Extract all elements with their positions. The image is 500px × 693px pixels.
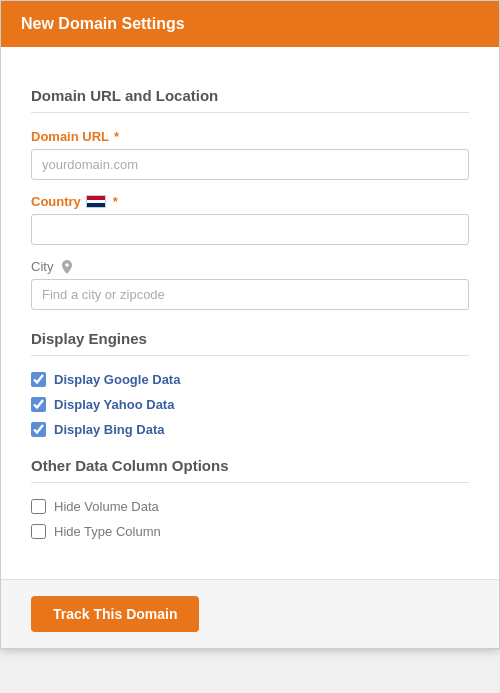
checkbox-yahoo: Display Yahoo Data — [31, 397, 469, 412]
form-group-city: City — [31, 259, 469, 310]
modal-footer: Track This Domain — [1, 579, 499, 648]
checkbox-hide-volume-input[interactable] — [31, 499, 46, 514]
section-display-engines: Display Engines Display Google Data Disp… — [31, 330, 469, 437]
country-input[interactable]: United States - English — [31, 214, 469, 245]
checkbox-hide-volume-label: Hide Volume Data — [54, 499, 159, 514]
section-title-other: Other Data Column Options — [31, 457, 469, 483]
domain-url-input[interactable] — [31, 149, 469, 180]
checkbox-hide-type-input[interactable] — [31, 524, 46, 539]
checkbox-yahoo-input[interactable] — [31, 397, 46, 412]
form-group-country: Country * United States - English — [31, 194, 469, 245]
track-domain-button[interactable]: Track This Domain — [31, 596, 199, 632]
checkbox-google-input[interactable] — [31, 372, 46, 387]
checkbox-hide-type-label: Hide Type Column — [54, 524, 161, 539]
checkbox-bing: Display Bing Data — [31, 422, 469, 437]
checkbox-hide-type: Hide Type Column — [31, 524, 469, 539]
modal-title: New Domain Settings — [21, 15, 479, 33]
location-pin-icon — [62, 260, 72, 274]
country-select-wrapper: United States - English — [31, 214, 469, 245]
form-group-domain-url: Domain URL* — [31, 129, 469, 180]
section-title-domain: Domain URL and Location — [31, 87, 469, 113]
checkbox-yahoo-label: Display Yahoo Data — [54, 397, 174, 412]
checkbox-bing-label: Display Bing Data — [54, 422, 165, 437]
checkbox-bing-input[interactable] — [31, 422, 46, 437]
checkbox-google: Display Google Data — [31, 372, 469, 387]
city-input[interactable] — [31, 279, 469, 310]
city-label: City — [31, 259, 469, 274]
section-domain-location: Domain URL and Location Domain URL* Coun… — [31, 87, 469, 310]
modal-container: New Domain Settings Domain URL and Locat… — [0, 0, 500, 649]
flag-icon — [86, 195, 106, 208]
domain-url-label: Domain URL* — [31, 129, 469, 144]
modal-header: New Domain Settings — [1, 1, 499, 47]
section-other-columns: Other Data Column Options Hide Volume Da… — [31, 457, 469, 539]
country-label: Country * — [31, 194, 469, 209]
section-title-engines: Display Engines — [31, 330, 469, 356]
modal-body: Domain URL and Location Domain URL* Coun… — [1, 47, 499, 579]
checkbox-hide-volume: Hide Volume Data — [31, 499, 469, 514]
checkbox-google-label: Display Google Data — [54, 372, 180, 387]
